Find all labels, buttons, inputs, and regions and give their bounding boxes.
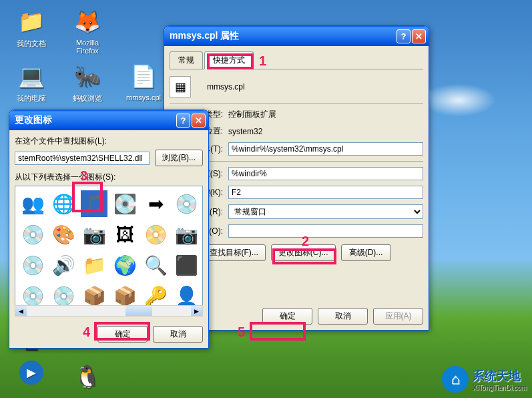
icon-option[interactable]: 🎵: [81, 190, 107, 217]
icon-cancel-button[interactable]: 取消: [153, 326, 203, 343]
watermark: ⌂ 系统天地 XiTongTianDi.com: [442, 366, 527, 393]
icon-option[interactable]: 🔑: [142, 282, 169, 306]
scroll-left-icon[interactable]: ◀: [15, 306, 27, 316]
scroll-track[interactable]: [27, 306, 191, 316]
icon-option[interactable]: 💿: [19, 221, 46, 248]
icon-option[interactable]: 📦: [111, 282, 138, 306]
icon-grid[interactable]: 👥🌐🎵💽➡💿💿🎨📷🖼📀📷💿🔊📁🌍🔍⬛💿💿📦📦🔑👤🌐❓💿💿📦📦: [15, 186, 203, 306]
icon-option[interactable]: 💿: [50, 282, 77, 306]
change-icon-body: 在这个文件中查找图标(L): 浏览(B)... 从以下列表选择一个图标(S): …: [9, 130, 208, 348]
annotation-number-3: 3: [80, 168, 87, 184]
icon-path-input[interactable]: [15, 152, 150, 165]
properties-tabs: 常规 快捷方式: [170, 51, 423, 69]
icon-option[interactable]: 👥: [19, 190, 46, 217]
annotation-number-5: 5: [238, 325, 245, 340]
file-name-label: mmsys.cpl: [207, 82, 245, 91]
file-icon: 📄: [127, 60, 160, 92]
icon-option[interactable]: 💽: [111, 190, 138, 217]
annotation-number-2: 2: [302, 234, 309, 249]
help-button[interactable]: ?: [396, 29, 411, 43]
computer-icon: 💻: [15, 60, 47, 92]
desktop-icon-label: 我的文档: [8, 39, 55, 49]
icon-option[interactable]: 🎨: [50, 221, 77, 248]
props-apply-button[interactable]: 应用(A): [373, 308, 423, 325]
icon-option[interactable]: 📷: [81, 221, 107, 248]
icon-option[interactable]: 🔍: [142, 252, 169, 278]
advanced-button[interactable]: 高级(D)...: [341, 244, 391, 261]
desktop-icon-computer[interactable]: 💻 我的电脑: [8, 60, 55, 104]
props-cancel-button[interactable]: 取消: [318, 308, 368, 325]
tab-general[interactable]: 常规: [170, 51, 203, 69]
browse-button[interactable]: 浏览(B)...: [155, 150, 203, 166]
find-target-button[interactable]: 查找目标(F)...: [202, 244, 266, 261]
icon-option[interactable]: 📷: [173, 221, 200, 248]
change-icon-titlebar[interactable]: 更改图标 ? ✕: [9, 110, 208, 130]
scroll-right-icon[interactable]: ▶: [191, 306, 202, 316]
type-value: 控制面板扩展: [228, 109, 276, 120]
shortcut-key-input[interactable]: [228, 186, 423, 199]
icon-option[interactable]: 📀: [142, 221, 169, 248]
watermark-text: 系统天地: [473, 369, 521, 383]
desktop-icon-mmsys[interactable]: 📄 mmsys.cpl: [120, 60, 167, 102]
desktop-icon-ant[interactable]: 🐜 蚂蚁浏览: [64, 60, 111, 104]
ant-icon: 🐜: [71, 60, 103, 92]
icon-option[interactable]: ➡: [142, 190, 169, 217]
folder-icon: 📁: [15, 5, 47, 37]
icon-option[interactable]: 🌐: [50, 190, 77, 217]
icon-option[interactable]: 🔊: [50, 252, 77, 278]
icon-option[interactable]: 🖼: [111, 221, 138, 248]
watermark-logo-icon: ⌂: [442, 366, 469, 393]
desktop-icon-label: MozillaFirefox: [64, 39, 111, 55]
startin-input[interactable]: [228, 167, 423, 180]
location-value: system32: [228, 127, 262, 136]
scroll-thumb[interactable]: [125, 306, 152, 316]
icon-ok-button[interactable]: 确定: [97, 326, 148, 343]
icon-option[interactable]: 💿: [19, 252, 46, 278]
find-in-file-label: 在这个文件中查找图标(L):: [15, 136, 203, 147]
comment-input[interactable]: [228, 224, 423, 238]
desktop-icon-documents[interactable]: 📁 我的文档: [8, 5, 55, 49]
properties-titlebar[interactable]: mmsys.cpl 属性 ? ✕: [164, 26, 429, 46]
icon-footer-row: 确定 取消: [15, 326, 203, 343]
desktop-icon-pplive[interactable]: ▶: [8, 361, 55, 386]
desktop-icon-qq[interactable]: 🐧: [64, 361, 111, 394]
tab-shortcut[interactable]: 快捷方式: [204, 51, 254, 69]
annotation-number-4: 4: [83, 325, 90, 340]
icon-option[interactable]: 📁: [81, 252, 107, 278]
desktop-icon-label: mmsys.cpl: [120, 93, 167, 102]
close-button[interactable]: ✕: [412, 29, 426, 43]
run-select[interactable]: 常规窗口: [228, 204, 423, 219]
properties-title: mmsys.cpl 属性: [170, 30, 395, 42]
icon-option[interactable]: 💿: [173, 190, 200, 217]
icon-option[interactable]: ⬛: [173, 252, 200, 278]
horizontal-scrollbar[interactable]: ◀ ▶: [15, 305, 203, 317]
props-ok-button[interactable]: 确定: [262, 308, 312, 325]
close-button[interactable]: ✕: [192, 114, 206, 128]
pplive-icon: ▶: [19, 361, 43, 385]
desktop-icon-firefox[interactable]: 🦊 MozillaFirefox: [64, 5, 111, 55]
icon-option[interactable]: 🌍: [111, 252, 138, 278]
select-icon-label: 从以下列表选择一个图标(S):: [15, 172, 203, 183]
icon-option[interactable]: 👤: [173, 282, 200, 306]
help-button[interactable]: ?: [176, 114, 190, 128]
icon-option[interactable]: 📦: [81, 282, 107, 306]
watermark-sub: XiTongTianDi.com: [473, 384, 527, 391]
change-icon-title: 更改图标: [15, 114, 175, 126]
firefox-icon: 🦊: [71, 5, 103, 37]
file-type-icon: ▦: [170, 76, 191, 97]
qq-icon: 🐧: [71, 361, 103, 393]
desktop-icon-label: 蚂蚁浏览: [64, 93, 111, 104]
annotation-number-1: 1: [259, 53, 266, 69]
file-header-row: ▦ mmsys.cpl: [170, 76, 423, 97]
desktop-icon-label: 我的电脑: [8, 93, 55, 104]
change-icon-window: 更改图标 ? ✕ 在这个文件中查找图标(L): 浏览(B)... 从以下列表选择…: [9, 110, 209, 349]
icon-option[interactable]: 💿: [19, 282, 46, 306]
target-input[interactable]: [228, 142, 423, 156]
